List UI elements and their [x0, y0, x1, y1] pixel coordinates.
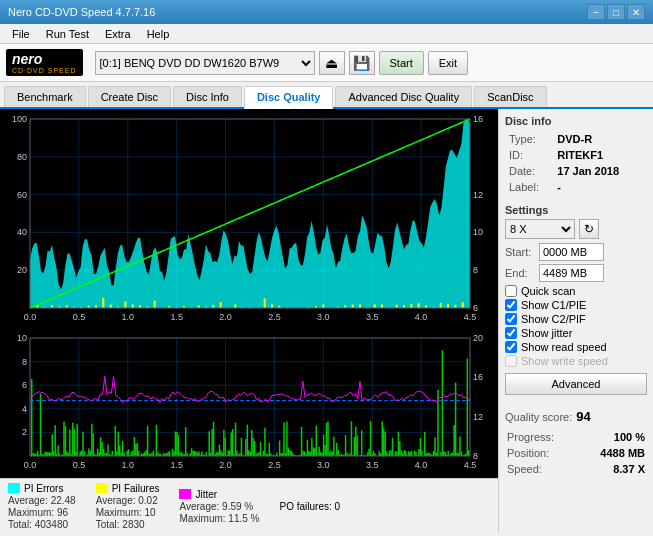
window-controls: − □ ✕ — [587, 4, 645, 20]
speed-selector[interactable]: 8 X — [505, 219, 575, 239]
show-write-checkbox[interactable] — [505, 355, 517, 367]
menu-bar: File Run Test Extra Help — [0, 24, 653, 44]
date-label: Date: — [507, 164, 553, 178]
start-mb-row: Start: — [505, 243, 647, 261]
toolbar: nero CD·DVD SPEED [0:1] BENQ DVD DD DW16… — [0, 44, 653, 82]
po-failures-label: PO failures: — [280, 501, 332, 512]
id-value: RITEKF1 — [555, 148, 645, 162]
show-c1-checkbox[interactable] — [505, 299, 517, 311]
pi-errors-avg-label: Average: — [8, 495, 48, 506]
progress-table: Progress: 100 % Position: 4488 MB Speed:… — [505, 428, 647, 478]
type-label: Type: — [507, 132, 553, 146]
pi-errors-title: PI Errors — [24, 483, 63, 494]
pi-errors-total-label: Total: — [8, 519, 32, 530]
disc-info-title: Disc info — [505, 115, 647, 127]
pi-errors-max-value: 96 — [57, 507, 68, 518]
tab-scandisc[interactable]: ScanDisc — [474, 86, 546, 107]
pi-errors-color — [8, 483, 20, 493]
start-button[interactable]: Start — [379, 51, 424, 75]
end-mb-input[interactable] — [539, 264, 604, 282]
title-bar: Nero CD-DVD Speed 4.7.7.16 − □ ✕ — [0, 0, 653, 24]
jitter-max-label: Maximum: — [179, 513, 225, 524]
jitter-avg-label: Average: — [179, 501, 219, 512]
label-label: Label: — [507, 180, 553, 194]
legend-po-failures: PO failures: 0 — [280, 501, 341, 512]
right-panel: Disc info Type: DVD-R ID: RITEKF1 Date: … — [498, 109, 653, 533]
jitter-title: Jitter — [195, 489, 217, 500]
quick-scan-row: Quick scan — [505, 285, 647, 297]
date-value: 17 Jan 2018 — [555, 164, 645, 178]
show-read-row: Show read speed — [505, 341, 647, 353]
chart-area: PI Errors Average: 22.48 Maximum: 96 Tot… — [0, 109, 498, 533]
settings-group: 8 X ↻ Start: End: Quick scan Show C1/PIE — [505, 219, 647, 401]
menu-run-test[interactable]: Run Test — [38, 26, 97, 42]
label-value: - — [555, 180, 645, 194]
pi-failures-max-label: Maximum: — [96, 507, 142, 518]
quality-score-row: Quality score: 94 — [505, 409, 647, 424]
position-label: Position: — [507, 446, 577, 460]
menu-extra[interactable]: Extra — [97, 26, 139, 42]
quality-score-label: Quality score: — [505, 411, 572, 423]
jitter-avg-value: 9.59 % — [222, 501, 253, 512]
start-mb-label: Start: — [505, 246, 535, 258]
legend-pi-failures: PI Failures Average: 0.02 Maximum: 10 To… — [96, 483, 160, 530]
show-c2-checkbox[interactable] — [505, 313, 517, 325]
pi-errors-max-label: Maximum: — [8, 507, 54, 518]
pi-failures-avg-label: Average: — [96, 495, 136, 506]
minimize-button[interactable]: − — [587, 4, 605, 20]
tab-create-disc[interactable]: Create Disc — [88, 86, 171, 107]
pi-failures-max-value: 10 — [145, 507, 156, 518]
legend-area: PI Errors Average: 22.48 Maximum: 96 Tot… — [0, 478, 498, 533]
start-mb-input[interactable] — [539, 243, 604, 261]
show-c2-label: Show C2/PIF — [521, 313, 586, 325]
pi-errors-total-value: 403480 — [35, 519, 68, 530]
disc-info-table: Type: DVD-R ID: RITEKF1 Date: 17 Jan 201… — [505, 130, 647, 196]
show-read-label: Show read speed — [521, 341, 607, 353]
show-read-checkbox[interactable] — [505, 341, 517, 353]
quick-scan-checkbox[interactable] — [505, 285, 517, 297]
show-c1-label: Show C1/PIE — [521, 299, 586, 311]
speed-row: 8 X ↻ — [505, 219, 647, 239]
progress-value: 100 % — [579, 430, 645, 444]
pi-errors-avg-value: 22.48 — [51, 495, 76, 506]
jitter-max-value: 11.5 % — [228, 513, 259, 524]
legend-jitter: Jitter Average: 9.59 % Maximum: 11.5 % — [179, 489, 259, 524]
close-button[interactable]: ✕ — [627, 4, 645, 20]
id-label: ID: — [507, 148, 553, 162]
exit-button[interactable]: Exit — [428, 51, 468, 75]
refresh-button[interactable]: ↻ — [579, 219, 599, 239]
show-jitter-label: Show jitter — [521, 327, 572, 339]
pi-failures-avg-value: 0.02 — [138, 495, 157, 506]
drive-selector[interactable]: [0:1] BENQ DVD DD DW1620 B7W9 — [95, 51, 315, 75]
speed-label: Speed: — [507, 462, 577, 476]
legend-pi-errors: PI Errors Average: 22.48 Maximum: 96 Tot… — [8, 483, 76, 530]
settings-title: Settings — [505, 204, 647, 216]
tab-disc-quality[interactable]: Disc Quality — [244, 86, 334, 109]
menu-help[interactable]: Help — [139, 26, 178, 42]
pi-failures-color — [96, 483, 108, 493]
position-value: 4488 MB — [579, 446, 645, 460]
eject-icon[interactable]: ⏏ — [319, 51, 345, 75]
tab-advanced-disc-quality[interactable]: Advanced Disc Quality — [335, 86, 472, 107]
tab-benchmark[interactable]: Benchmark — [4, 86, 86, 107]
pi-failures-total-value: 2830 — [122, 519, 144, 530]
maximize-button[interactable]: □ — [607, 4, 625, 20]
quality-score-value: 94 — [576, 409, 590, 424]
show-write-row: Show write speed — [505, 355, 647, 367]
tab-disc-info[interactable]: Disc Info — [173, 86, 242, 107]
menu-file[interactable]: File — [4, 26, 38, 42]
jitter-color — [179, 489, 191, 499]
save-icon[interactable]: 💾 — [349, 51, 375, 75]
logo: nero CD·DVD SPEED — [6, 49, 83, 76]
progress-label: Progress: — [507, 430, 577, 444]
nero-logo: nero CD·DVD SPEED — [6, 49, 83, 76]
advanced-button[interactable]: Advanced — [505, 373, 647, 395]
show-write-label: Show write speed — [521, 355, 608, 367]
type-value: DVD-R — [555, 132, 645, 146]
bottom-chart — [0, 330, 498, 478]
quick-scan-label: Quick scan — [521, 285, 575, 297]
main-content: PI Errors Average: 22.48 Maximum: 96 Tot… — [0, 109, 653, 533]
po-failures-value: 0 — [335, 501, 341, 512]
pi-failures-title: PI Failures — [112, 483, 160, 494]
show-jitter-checkbox[interactable] — [505, 327, 517, 339]
